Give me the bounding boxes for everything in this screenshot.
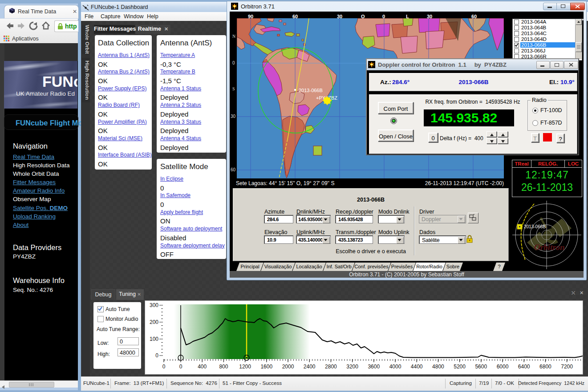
svg-text:1600: 1600 [260,364,272,370]
svg-text:1200: 1200 [239,364,251,370]
svg-text:4400: 4400 [411,364,423,370]
svg-text:100: 100 [150,336,158,342]
svg-text:0: 0 [162,364,166,370]
svg-text:5200: 5200 [454,364,466,370]
svg-text:4800: 4800 [432,364,444,370]
svg-text:3200: 3200 [346,364,358,370]
svg-text:7200: 7200 [561,364,573,370]
svg-text:6400: 6400 [518,364,530,370]
svg-text:0: 0 [155,352,158,359]
svg-text:5600: 5600 [475,364,487,370]
svg-text:2800: 2800 [325,364,337,370]
svg-text:300: 300 [150,302,158,308]
svg-text:2013-066B: 2013-066B [524,224,546,229]
svg-text:4000: 4000 [389,364,401,370]
svg-text:2000: 2000 [282,364,294,370]
svg-text:3600: 3600 [368,364,380,370]
svg-text:0: 0 [179,364,182,370]
svg-text:200: 200 [150,319,158,325]
svg-text:2013-066B: 2013-066B [299,88,323,93]
svg-text:6800: 6800 [539,364,552,370]
svg-text:400: 400 [198,364,207,370]
svg-text:800: 800 [219,364,228,370]
svg-text:2400: 2400 [304,364,316,370]
svg-text:6000: 6000 [497,364,509,370]
svg-text:Orbitron: Orbitron [534,242,565,252]
